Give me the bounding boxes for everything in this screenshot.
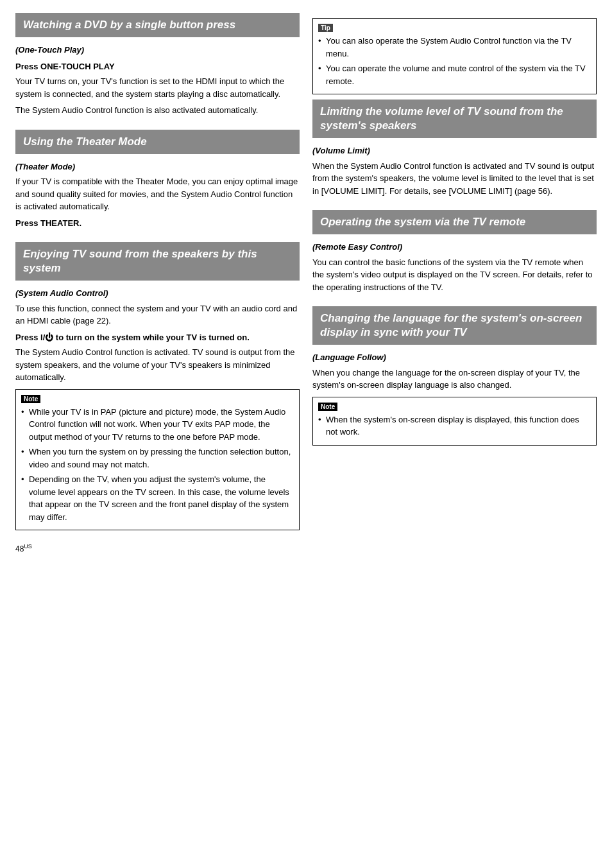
section-theater-mode-header: Using the Theater Mode	[15, 130, 300, 154]
note-item: When you turn the system on by pressing …	[21, 446, 294, 471]
subsection-remote-easy-control-title: (Remote Easy Control)	[312, 241, 597, 254]
theater-mode-para1: If your TV is compatible with the Theate…	[15, 175, 300, 213]
system-audio-note-box: Note While your TV is in PAP (picture an…	[15, 389, 300, 531]
section-language-follow-header: Changing the language for the system's o…	[312, 306, 597, 345]
section-system-audio-control-header: Enjoying TV sound from the speakers by t…	[15, 242, 300, 281]
section-volume-limit-header: Limiting the volume level of TV sound fr…	[312, 100, 597, 138]
section-watching-dvd: Watching a DVD by a single button press …	[15, 13, 300, 117]
subsection-theater-mode-title: (Theater Mode)	[15, 161, 300, 173]
system-audio-note-list: While your TV is in PAP (picture and pic…	[21, 406, 294, 524]
section-tv-remote: Operating the system via the TV remote (…	[312, 210, 597, 293]
tip-list: You can also operate the System Audio Co…	[318, 35, 591, 87]
note-item: Depending on the TV, when you adjust the…	[21, 473, 294, 523]
section-tv-remote-header: Operating the system via the TV remote	[312, 210, 597, 234]
tv-remote-para1: You can control the basic functions of t…	[312, 256, 597, 294]
section-language-follow: Changing the language for the system's o…	[312, 306, 597, 446]
watching-dvd-para1: Your TV turns on, your TV's function is …	[15, 75, 300, 100]
subsection-system-audio-control-title: (System Audio Control)	[15, 287, 300, 300]
language-follow-note-list: When the system's on-screen display is d…	[318, 413, 591, 438]
right-column: Tip You can also operate the System Audi…	[312, 13, 597, 553]
system-audio-para1: To use this function, connect the system…	[15, 302, 300, 327]
note-item: While your TV is in PAP (picture and pic…	[21, 406, 294, 444]
tip-box: Tip You can also operate the System Audi…	[312, 18, 597, 94]
system-audio-para2: The System Audio Control function is act…	[15, 346, 300, 384]
press-power-label: Press I/⏻ to turn on the system while yo…	[15, 331, 300, 344]
page-number: 48US	[15, 543, 300, 553]
note-item: When the system's on-screen display is d…	[318, 413, 591, 438]
press-theater-label: Press THEATER.	[15, 217, 300, 230]
tip-label: Tip	[318, 24, 333, 32]
note-label-language: Note	[318, 403, 337, 411]
tip-item: You can operate the volume and mute cont…	[318, 62, 591, 87]
volume-limit-para1: When the System Audio Control function i…	[312, 160, 597, 198]
left-column: Watching a DVD by a single button press …	[15, 13, 300, 553]
language-follow-para1: When you change the language for the on-…	[312, 367, 597, 392]
language-follow-note-box: Note When the system's on-screen display…	[312, 397, 597, 446]
section-theater-mode: Using the Theater Mode (Theater Mode) If…	[15, 130, 300, 230]
section-volume-limit: Limiting the volume level of TV sound fr…	[312, 100, 597, 197]
note-label: Note	[21, 395, 40, 403]
subsection-one-touch-play-title: (One-Touch Play)	[15, 44, 300, 56]
tip-item: You can also operate the System Audio Co…	[318, 35, 591, 60]
subsection-language-follow-title: (Language Follow)	[312, 351, 597, 364]
section-system-audio-control: Enjoying TV sound from the speakers by t…	[15, 242, 300, 530]
press-one-touch-label: Press ONE-TOUCH PLAY	[15, 60, 300, 73]
watching-dvd-para2: The System Audio Control function is als…	[15, 104, 300, 117]
section-watching-dvd-header: Watching a DVD by a single button press	[15, 13, 300, 37]
subsection-volume-limit-title: (Volume Limit)	[312, 144, 597, 157]
